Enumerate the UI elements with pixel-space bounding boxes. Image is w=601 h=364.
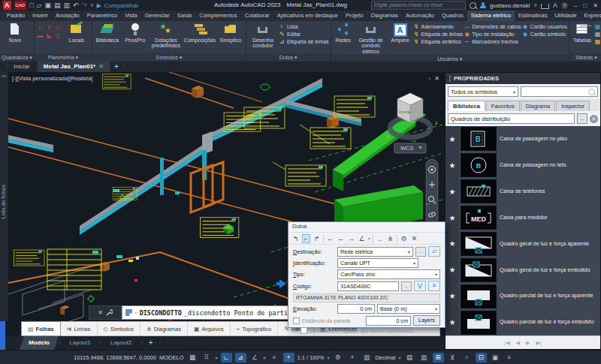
table-tool-1-icon[interactable]: ▦ xyxy=(594,23,601,30)
ribbon-tab-anotacao[interactable]: Anotação xyxy=(52,11,83,21)
destinacao-manager-icon[interactable]: ▱ xyxy=(428,246,440,257)
grid-toggle-icon[interactable]: ▦ xyxy=(186,353,198,362)
align-right-icon[interactable]: → xyxy=(347,234,355,243)
osnap-toggle-icon[interactable]: ∠ xyxy=(249,353,261,362)
saveas-icon[interactable]: ▤ xyxy=(54,1,61,10)
dimensoes-cabos-button[interactable]: ↔Dimensões de cabos xyxy=(464,23,521,30)
ribbon-tab-diagramas[interactable]: Diagramas xyxy=(367,11,402,21)
osnap-caret-icon[interactable]: ▾ xyxy=(264,355,266,360)
ribbon-tab-aplicativos[interactable]: Aplicativos em destaque xyxy=(273,11,342,21)
category-input[interactable]: Quadros de distribuição xyxy=(448,113,575,124)
ribbon-tab-padrao[interactable]: Padrão xyxy=(3,11,29,21)
etiqueta-linhas-2-button[interactable]: ↯Etiqueta de linhas xyxy=(413,31,464,38)
units-indicator[interactable]: Decimal xyxy=(375,354,395,361)
ribbon-tab-quadros[interactable]: Quadros xyxy=(438,11,467,21)
ortho-toggle-icon[interactable]: ∟ xyxy=(221,353,232,362)
ribbon-tab-projeto[interactable]: Projeto xyxy=(342,11,367,21)
panel-label-quadratura[interactable]: Quadratura ▾ xyxy=(0,53,34,62)
roof-tool-icon[interactable]: ∧ xyxy=(45,24,53,32)
adensamento-button[interactable]: ↯Adensamento xyxy=(413,23,464,30)
elevacao-base-select[interactable]: Base (0 m)▾ xyxy=(377,304,440,314)
ribbon-tab-gerenciar[interactable]: Gerenciar xyxy=(141,11,174,21)
cartao-simbolo-button[interactable]: ◆Cartão símbolo xyxy=(522,31,567,38)
undo-icon[interactable]: ↶ xyxy=(73,1,79,10)
ribbon-tab-sistema-eletrico[interactable]: Sistema eletrico xyxy=(467,11,515,21)
palette-grip-icon[interactable] xyxy=(449,75,451,82)
favorite-star-icon[interactable]: ★ xyxy=(445,126,459,152)
duct-curve-right-icon[interactable]: ↱ xyxy=(313,234,321,243)
tab-simbolos[interactable]: ◇Símbolos xyxy=(98,322,140,335)
favorite-star-icon[interactable]: ★ xyxy=(445,309,459,335)
tab-diagramas[interactable]: ⋔Diagramas xyxy=(140,322,188,335)
new-layout-button[interactable]: + xyxy=(143,336,159,350)
monitor-icon[interactable]: ▥ xyxy=(418,353,430,362)
hardware-accel-icon[interactable]: ⊞ xyxy=(433,353,444,362)
tab-arquivos[interactable]: ▣Arquivos xyxy=(188,322,231,335)
gestao-conduto-button[interactable]: Gestão de conduto elétrico xyxy=(355,22,388,54)
scale-caret-icon[interactable]: ▾ xyxy=(327,355,329,360)
tab-favoritos[interactable]: Favoritos xyxy=(486,101,520,111)
viewport-restore-icon[interactable]: ▫ xyxy=(428,75,430,82)
favorite-star-icon[interactable]: ★ xyxy=(445,231,459,257)
wall-tool-icon[interactable]: ⌐ xyxy=(36,24,44,32)
redo-icon[interactable]: ↷ xyxy=(82,1,88,10)
cartao-usuarios-button[interactable]: ◆Cartão usuarios xyxy=(522,23,567,30)
codigo-input[interactable]: 31ASD400C xyxy=(337,281,399,291)
phospro-button[interactable]: PhosPro xyxy=(122,22,149,43)
lista-button[interactable]: ≡Lista xyxy=(279,23,329,30)
panel-label-tabelas[interactable]: Tabelas ▾ xyxy=(569,53,601,62)
tab-inspector[interactable]: Inspector xyxy=(556,101,590,111)
list-item[interactable]: ★ MED Caixa para medidor xyxy=(445,205,600,231)
clean-screen-icon[interactable]: ○ xyxy=(461,353,473,362)
tab-topografico[interactable]: ⌐Topográfico xyxy=(231,322,278,335)
open-file-icon[interactable]: ▱ xyxy=(37,1,42,10)
last-page-button[interactable]: ▶| xyxy=(536,340,541,346)
first-page-button[interactable]: |◀ xyxy=(504,340,509,346)
align-left-icon[interactable]: ← xyxy=(326,234,334,243)
destinacao-select[interactable]: Rede elétrica▾ xyxy=(337,247,413,257)
ribbon-tab-estimativas[interactable]: Estimativas xyxy=(515,11,551,21)
composicoes-button[interactable]: Composições xyxy=(183,22,216,43)
ribbon-tab-utilidade[interactable]: Utilidade xyxy=(551,11,580,21)
tipo-instalacao-button[interactable]: ◉Tipo de instalação xyxy=(464,31,521,38)
table-tool-2-icon[interactable]: ▦ xyxy=(594,31,601,38)
polar-toggle-icon[interactable]: ⊿ xyxy=(235,353,246,362)
biblioteca-button[interactable]: Biblioteca xyxy=(94,22,121,43)
annotation-monitor-icon[interactable]: ⊡ xyxy=(476,353,487,362)
tabelas-button[interactable]: Tabelas xyxy=(571,22,593,43)
panel-label-simbolos[interactable]: Símbolos ▾ xyxy=(92,53,246,62)
list-item[interactable]: ★ Caixa de telefones xyxy=(445,179,600,205)
align-center-icon[interactable]: ↔ xyxy=(337,234,345,243)
list-item[interactable]: ★ B Caixa de passagem no piso xyxy=(445,126,600,152)
share-button[interactable]: Compartilhar xyxy=(104,2,139,9)
user-name[interactable]: gustavo.denski xyxy=(490,2,530,9)
palette-header[interactable]: PROPRIEDADES xyxy=(445,73,600,84)
space-indicator[interactable]: MODELO xyxy=(159,354,184,361)
workspace-icon[interactable]: ▥ xyxy=(361,353,372,362)
panel-label-dutos[interactable]: Dutos ▾ xyxy=(246,53,331,62)
ribbon-tab-inserir[interactable]: Inserir xyxy=(29,11,52,21)
panel-label-planimetria[interactable]: Planimetria ▾ xyxy=(35,53,92,62)
tab-biblioteca[interactable]: Biblioteca xyxy=(448,101,485,111)
tab-folhas[interactable]: ▤Folhas xyxy=(21,321,61,336)
user-avatar-icon[interactable] xyxy=(480,2,486,8)
quick-access-caret-icon[interactable]: ▾ xyxy=(90,1,94,10)
marcadores-trechos-button[interactable]: ╌Marcadores trechos xyxy=(464,38,521,45)
ribbon-tab-colaborar[interactable]: Colaborar xyxy=(241,11,273,21)
store-cart-icon[interactable] xyxy=(541,4,549,9)
file-tab-iniciar[interactable]: Iniciar xyxy=(8,62,35,72)
viewport-controls[interactable]: [-][Vista personalizada][Realista] xyxy=(12,75,92,82)
symbol-search-input[interactable] xyxy=(521,86,598,97)
prev-page-button[interactable]: ◀ xyxy=(516,340,520,346)
autodesk-app-icon[interactable]: A xyxy=(553,1,557,10)
tab-linhas[interactable]: ⇉Linhas xyxy=(61,322,98,335)
favorite-star-icon[interactable]: ★ xyxy=(445,152,459,179)
ribbon-tab-complementos[interactable]: Complementos xyxy=(195,11,240,21)
maximize-button[interactable]: □ xyxy=(583,2,587,9)
favorite-star-icon[interactable]: ★ xyxy=(445,179,459,205)
espaco-checkbox[interactable] xyxy=(300,327,307,334)
command-caret-icon[interactable]: ▾ xyxy=(134,310,137,315)
locais-button[interactable]: Locais xyxy=(63,22,90,43)
duct-corner-icon[interactable]: ⌐ xyxy=(302,234,310,243)
fill-tool-icon[interactable]: ◣ xyxy=(45,32,53,40)
